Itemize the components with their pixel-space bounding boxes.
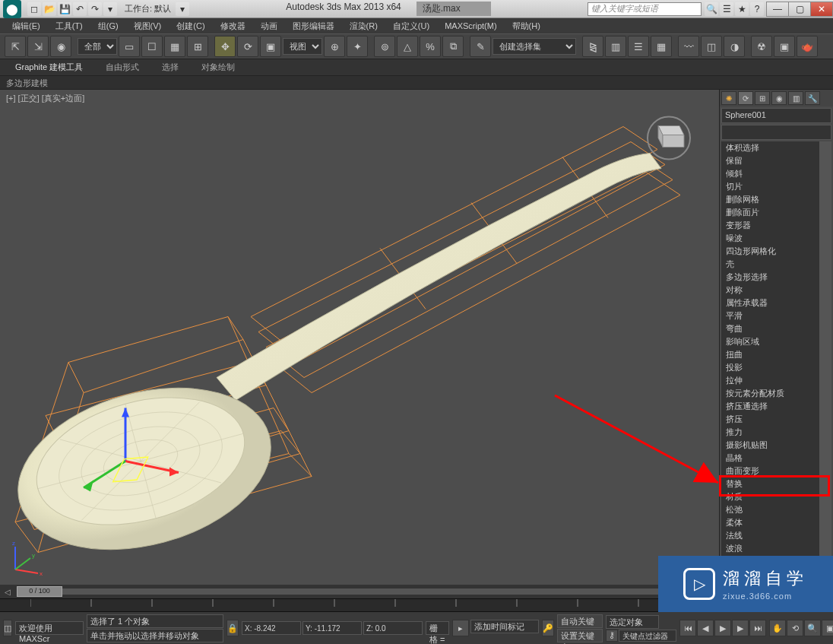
add-time-tag[interactable]: 添加时间标记: [470, 620, 539, 633]
set-key-action[interactable]: ⚷: [606, 630, 618, 642]
render-setup-icon[interactable]: ☢: [751, 36, 772, 57]
align-icon[interactable]: ▥: [605, 36, 626, 57]
modifier-item[interactable]: 晶格: [721, 452, 831, 465]
motion-tab-icon[interactable]: ◉: [771, 91, 787, 105]
display-tab-icon[interactable]: ▥: [788, 91, 803, 105]
search-input[interactable]: 键入关键字或短语: [588, 2, 702, 16]
rect-select-icon[interactable]: ▦: [164, 36, 185, 57]
modifier-item[interactable]: 拉伸: [721, 374, 831, 387]
modifier-item[interactable]: 平滑: [721, 309, 831, 322]
menu-item[interactable]: 视图(V): [126, 19, 169, 33]
modifier-item[interactable]: 挤压通选择: [721, 400, 831, 413]
modifier-item[interactable]: 体积选择: [721, 141, 831, 154]
maxscript-mini-icon[interactable]: ◫: [3, 620, 12, 636]
menu-item[interactable]: 帮助(H): [505, 19, 548, 33]
selection-filter[interactable]: 全部: [78, 38, 117, 55]
star-icon[interactable]: ★: [735, 2, 749, 16]
modifier-item[interactable]: 挤压: [721, 413, 831, 426]
modifier-item[interactable]: 对称: [721, 284, 831, 297]
key-mode-icon[interactable]: 🔑: [542, 620, 554, 636]
render-icon[interactable]: 🫖: [797, 36, 818, 57]
menu-item[interactable]: 自定义(U): [385, 19, 437, 33]
menu-item[interactable]: 图形编辑器: [285, 19, 342, 33]
angle-snap-icon[interactable]: △: [397, 36, 418, 57]
time-tag-icon[interactable]: ▸: [452, 620, 469, 636]
move-icon[interactable]: ✥: [214, 36, 236, 57]
help-icon[interactable]: ?: [750, 2, 764, 16]
create-tab-icon[interactable]: ✺: [721, 91, 736, 105]
bind-icon[interactable]: ◉: [50, 36, 71, 57]
viewport-label[interactable]: [+] [正交] [真实+边面]: [6, 93, 84, 104]
ribbon-tab[interactable]: Graphite 建模工具: [15, 62, 83, 73]
viewport[interactable]: [+] [正交] [真实+边面]: [0, 90, 719, 585]
modifier-item[interactable]: 推力: [721, 426, 831, 439]
snap-toggle-icon[interactable]: ⊚: [374, 36, 395, 57]
key-filter[interactable]: 关键点过滤器: [619, 630, 676, 642]
maximize-viewport-icon[interactable]: ▣: [822, 620, 833, 636]
modifier-item[interactable]: 倾斜: [721, 167, 831, 180]
coord-z[interactable]: Z: 0.0: [363, 621, 423, 635]
unlink-icon[interactable]: ⇲: [27, 36, 49, 57]
layer-explorer-icon[interactable]: ▦: [651, 36, 672, 57]
goto-end-icon[interactable]: ⏭: [749, 620, 766, 636]
orbit-icon[interactable]: ⟲: [787, 620, 803, 636]
modifier-item[interactable]: 保留: [721, 154, 831, 167]
named-sel-edit-icon[interactable]: ✎: [470, 36, 491, 57]
modifier-item[interactable]: 删除网格: [721, 193, 831, 206]
material-editor-icon[interactable]: ◑: [724, 36, 745, 57]
ribbon-tab[interactable]: 选择: [162, 62, 179, 73]
select-icon[interactable]: ▭: [119, 36, 140, 57]
menu-item[interactable]: 渲染(R): [342, 19, 385, 33]
menu-item[interactable]: 修改器: [213, 19, 253, 33]
modifier-item[interactable]: 摄影机贴图: [721, 439, 831, 452]
modifier-item[interactable]: 松弛: [721, 503, 831, 516]
modifier-item[interactable]: 按元素分配材质: [721, 387, 831, 400]
menu-item[interactable]: 动画: [253, 19, 285, 33]
menu-item[interactable]: 组(G): [90, 19, 126, 33]
auto-key-button[interactable]: 自动关键点: [557, 614, 603, 628]
modify-tab-icon[interactable]: ⟳: [738, 91, 753, 105]
key-target[interactable]: 选定对象: [606, 615, 659, 629]
modifier-item[interactable]: 材质: [721, 490, 831, 503]
ribbon-tab[interactable]: 自由形式: [106, 62, 139, 73]
coord-system[interactable]: 视图: [283, 38, 322, 55]
modifier-item[interactable]: 曲面变形: [721, 465, 831, 477]
scale-tool-icon[interactable]: ▣: [260, 36, 281, 57]
redo-icon[interactable]: ↷: [88, 2, 102, 16]
maximize-button[interactable]: ▢: [788, 2, 811, 17]
app-icon[interactable]: ⬤: [3, 0, 21, 18]
scrub-left-icon[interactable]: ◁: [5, 588, 11, 596]
scale-icon[interactable]: ☰: [720, 2, 733, 16]
prev-frame-icon[interactable]: ◀: [697, 620, 714, 636]
play-icon[interactable]: ▶: [714, 620, 731, 636]
pivot-icon[interactable]: ⊕: [324, 36, 345, 57]
time-slider-thumb[interactable]: 0 / 100: [17, 586, 62, 597]
pan-icon[interactable]: ✋: [769, 620, 786, 636]
minimize-button[interactable]: —: [766, 2, 789, 17]
coord-x[interactable]: X: -8.242: [242, 621, 301, 635]
modifier-item[interactable]: 法线: [721, 529, 831, 542]
close-button[interactable]: ✕: [810, 2, 833, 17]
ribbon-tab[interactable]: 对象绘制: [201, 62, 235, 73]
mirror-icon[interactable]: ⧎: [582, 36, 603, 57]
menu-item[interactable]: 编辑(E): [5, 19, 48, 33]
layers-icon[interactable]: ☰: [628, 36, 649, 57]
modifier-item[interactable]: 波浪: [721, 542, 831, 555]
more-icon[interactable]: ▾: [103, 2, 117, 16]
binoculars-icon[interactable]: 🔍: [705, 2, 718, 16]
lock-selection-icon[interactable]: 🔒: [226, 620, 239, 636]
next-frame-icon[interactable]: ▶: [732, 620, 749, 636]
hierarchy-tab-icon[interactable]: ⊞: [755, 91, 770, 105]
modifier-item[interactable]: 投影: [721, 361, 831, 374]
curve-editor-icon[interactable]: 〰: [678, 36, 699, 57]
render-frame-icon[interactable]: ▣: [774, 36, 795, 57]
spinner-snap-icon[interactable]: ⧉: [442, 36, 464, 57]
modifier-item[interactable]: 变形器: [721, 219, 831, 232]
modifier-item[interactable]: 多边形选择: [721, 271, 831, 284]
viewcube[interactable]: [648, 117, 690, 160]
menu-item[interactable]: MAXScript(M): [437, 20, 504, 32]
percent-snap-icon[interactable]: %: [420, 36, 441, 57]
modifier-item[interactable]: 扭曲: [721, 348, 831, 361]
modifier-item[interactable]: 属性承载器: [721, 297, 831, 309]
goto-start-icon[interactable]: ⏮: [679, 620, 696, 636]
